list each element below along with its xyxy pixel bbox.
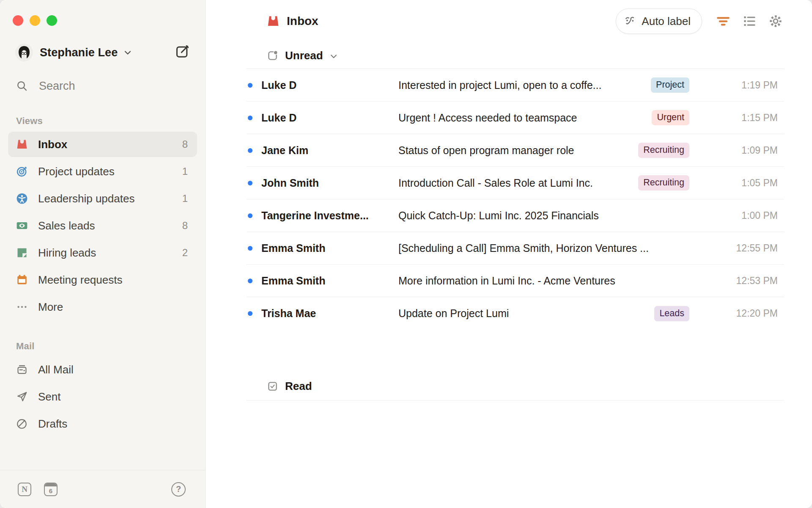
email-time: 1:05 PM bbox=[700, 177, 784, 189]
sidebar-item-label: Leadership updates bbox=[38, 192, 134, 205]
avatar bbox=[15, 44, 33, 61]
email-row[interactable]: Tangerine Investme... Quick Catch-Up: Lu… bbox=[247, 199, 784, 232]
email-sender: John Smith bbox=[261, 177, 398, 189]
account-switcher[interactable]: Stephanie Lee bbox=[15, 44, 190, 61]
sidebar-item-all-mail[interactable]: All Mail bbox=[8, 357, 197, 382]
zoom-window-button[interactable] bbox=[47, 15, 57, 26]
search[interactable]: Search bbox=[16, 79, 190, 93]
header-actions: Auto label bbox=[616, 8, 784, 34]
auto-label-label: Auto label bbox=[642, 15, 691, 28]
unread-icon bbox=[267, 50, 278, 61]
read-label: Read bbox=[285, 380, 312, 393]
read-section-header[interactable]: Read bbox=[247, 376, 784, 400]
sidebar-item-count: 1 bbox=[182, 166, 188, 177]
unread-email-list: Luke D Interested in project Lumi, open … bbox=[247, 69, 784, 330]
filter-icon bbox=[716, 14, 730, 28]
sidebar-item-leadership-updates[interactable]: Leadership updates 1 bbox=[8, 186, 197, 211]
email-row[interactable]: Emma Smith [Scheduling a Call] Emma Smit… bbox=[247, 232, 784, 265]
sidebar-item-label: Drafts bbox=[38, 417, 67, 431]
email-time: 12:53 PM bbox=[700, 275, 784, 287]
sidebar-item-label: Project updates bbox=[38, 165, 115, 178]
email-subject: Urgent ! Access needed to teamspace bbox=[398, 112, 643, 124]
email-sender: Jane Kim bbox=[261, 144, 398, 157]
views-nav: Inbox 8 Project updates 1 bbox=[0, 132, 205, 320]
sidebar-item-more[interactable]: More bbox=[8, 294, 197, 320]
search-label: Search bbox=[39, 80, 75, 93]
email-subject: Update on Project Lumi bbox=[398, 307, 646, 320]
email-tag: Recruiting bbox=[638, 143, 689, 158]
read-checkbox-icon bbox=[267, 381, 278, 392]
banknote-icon bbox=[16, 219, 28, 232]
main-header: Inbox Auto label bbox=[247, 0, 784, 42]
sidebar-item-meeting-requests[interactable]: Meeting requests bbox=[8, 267, 197, 293]
sidebar-item-label: Sales leads bbox=[38, 219, 95, 232]
sidebar-item-count: 8 bbox=[182, 220, 188, 232]
email-tag: Urgent bbox=[652, 110, 689, 125]
email-tag: Recruiting bbox=[638, 175, 689, 190]
auto-label-icon bbox=[624, 15, 636, 28]
email-row[interactable]: Luke D Interested in project Lumi, open … bbox=[247, 69, 784, 102]
target-icon bbox=[16, 165, 28, 178]
email-row[interactable]: Emma Smith More information in Lumi Inc.… bbox=[247, 265, 784, 297]
email-row[interactable]: Trisha Mae Update on Project Lumi Leads … bbox=[247, 297, 784, 330]
email-time: 1:15 PM bbox=[700, 112, 784, 124]
mail-app-window: Stephanie Lee Search Views bbox=[0, 0, 812, 508]
sidebar-item-sent[interactable]: Sent bbox=[8, 384, 197, 409]
list-icon bbox=[742, 14, 757, 28]
minimize-window-button[interactable] bbox=[30, 15, 40, 26]
sidebar-item-label: Sent bbox=[38, 390, 61, 403]
sidebar-item-count: 1 bbox=[182, 193, 188, 204]
views-section-label: Views bbox=[16, 116, 205, 127]
sidebar-item-count: 8 bbox=[182, 138, 188, 150]
user-name: Stephanie Lee bbox=[40, 46, 118, 59]
unread-dot bbox=[248, 181, 252, 185]
list-view-button[interactable] bbox=[741, 13, 758, 30]
calendar-day-icon[interactable]: 6 bbox=[44, 483, 58, 496]
compose-button[interactable] bbox=[175, 44, 190, 61]
auto-label-button[interactable]: Auto label bbox=[616, 8, 702, 34]
email-time: 12:55 PM bbox=[700, 243, 784, 254]
drafts-icon bbox=[16, 417, 28, 430]
sidebar-item-sales-leads[interactable]: Sales leads 8 bbox=[8, 213, 197, 238]
email-row[interactable]: Luke D Urgent ! Access needed to teamspa… bbox=[247, 102, 784, 134]
email-subject: [Scheduling a Call] Emma Smith, Horizon … bbox=[398, 242, 691, 254]
email-sender: Emma Smith bbox=[261, 275, 398, 287]
search-icon bbox=[16, 80, 28, 92]
person-icon bbox=[16, 192, 28, 205]
send-icon bbox=[16, 390, 28, 403]
email-sender: Trisha Mae bbox=[261, 307, 398, 320]
unread-section-header[interactable]: Unread bbox=[247, 42, 784, 69]
sidebar-item-hiring-leads[interactable]: Hiring leads 2 bbox=[8, 240, 197, 265]
unread-dot bbox=[248, 279, 252, 283]
inbox-icon bbox=[267, 15, 280, 28]
unread-dot bbox=[248, 116, 252, 120]
sidebar-item-inbox[interactable]: Inbox 8 bbox=[8, 132, 197, 157]
email-tag: Project bbox=[651, 77, 689, 93]
sidebar-item-drafts[interactable]: Drafts bbox=[8, 411, 197, 436]
chevron-down-icon bbox=[329, 52, 338, 61]
close-window-button[interactable] bbox=[13, 15, 23, 26]
sidebar-item-count: 2 bbox=[182, 247, 188, 259]
sidebar-footer: N 6 ? bbox=[0, 470, 205, 508]
email-subject: Status of open program manager role bbox=[398, 144, 630, 157]
email-time: 12:20 PM bbox=[700, 308, 784, 319]
email-sender: Emma Smith bbox=[261, 242, 398, 254]
email-row[interactable]: Jane Kim Status of open program manager … bbox=[247, 134, 784, 167]
compose-icon bbox=[175, 44, 190, 59]
sidebar-item-project-updates[interactable]: Project updates 1 bbox=[8, 159, 197, 184]
sidebar-item-label: All Mail bbox=[38, 363, 74, 376]
help-button[interactable]: ? bbox=[171, 482, 186, 497]
main-panel: Inbox Auto label bbox=[206, 0, 812, 508]
gear-icon bbox=[768, 14, 783, 29]
email-subject: More information in Lumi Inc. - Acme Ven… bbox=[398, 275, 691, 287]
sidebar: Stephanie Lee Search Views bbox=[0, 0, 206, 508]
email-row[interactable]: John Smith Introduction Call - Sales Rol… bbox=[247, 167, 784, 199]
email-subject: Introduction Call - Sales Role at Lumi I… bbox=[398, 177, 630, 189]
notion-icon[interactable]: N bbox=[18, 483, 31, 496]
email-sender: Tangerine Investme... bbox=[261, 210, 398, 222]
mail-nav: All Mail Sent bbox=[0, 357, 205, 436]
sidebar-item-label: Meeting requests bbox=[38, 273, 122, 287]
email-sender: Luke D bbox=[261, 112, 398, 124]
filter-button[interactable] bbox=[715, 13, 732, 30]
settings-button[interactable] bbox=[767, 13, 784, 30]
